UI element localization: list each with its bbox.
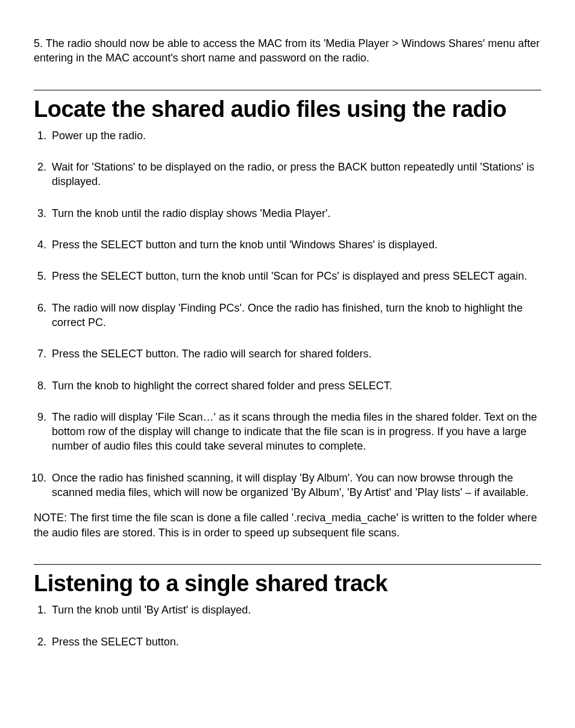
- section-listening-single-track: Listening to a single shared track Turn …: [34, 564, 541, 649]
- list-item: Press the SELECT button, turn the knob u…: [49, 269, 541, 283]
- section-locate-shared-files: Locate the shared audio files using the …: [34, 90, 541, 540]
- list-item: Turn the knob until the radio display sh…: [49, 206, 541, 221]
- heading-locate: Locate the shared audio files using the …: [34, 90, 541, 125]
- intro-paragraph: 5. The radio should now be able to acces…: [34, 36, 541, 66]
- list-item: Turn the knob until 'By Artist' is displ…: [49, 603, 541, 617]
- list-item: Turn the knob to highlight the correct s…: [49, 378, 541, 393]
- list-item: Press the SELECT button.: [49, 635, 541, 649]
- list-item: Wait for 'Stations' to be displayed on t…: [49, 160, 541, 189]
- list-item: Power up the radio.: [49, 128, 541, 143]
- list-item: Press the SELECT button. The radio will …: [49, 347, 541, 361]
- list-item: Once the radio has finished scanning, it…: [49, 471, 541, 500]
- listening-steps-list: Turn the knob until 'By Artist' is displ…: [34, 603, 541, 649]
- list-item: The radio will now display 'Finding PCs'…: [49, 301, 541, 330]
- list-item: The radio will display 'File Scan…' as i…: [49, 410, 541, 454]
- heading-listening: Listening to a single shared track: [34, 564, 541, 599]
- list-item: Press the SELECT button and turn the kno…: [49, 237, 541, 252]
- locate-steps-list: Power up the radio. Wait for 'Stations' …: [34, 128, 541, 500]
- note-paragraph: NOTE: The first time the file scan is do…: [34, 510, 541, 540]
